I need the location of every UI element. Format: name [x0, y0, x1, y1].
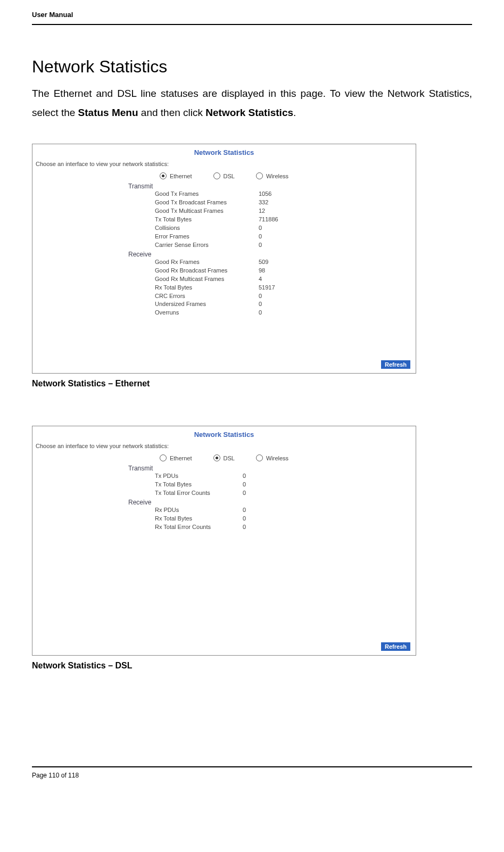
body-bold-1: Status Menu [78, 107, 138, 118]
stat-row: Undersized Frames0 [134, 300, 416, 309]
stat-label: Tx PDUs [134, 472, 243, 481]
stat-label: Rx Total Bytes [134, 515, 243, 523]
stat-value: 509 [259, 258, 301, 267]
refresh-button[interactable]: Refresh [381, 360, 410, 369]
body-post: . [293, 107, 296, 118]
stat-value: 0 [259, 309, 301, 317]
radio-label: Ethernet [170, 455, 192, 461]
stat-label: Overruns [134, 309, 259, 317]
receive-stats: Rx PDUs0 Rx Total Bytes0 Rx Total Error … [134, 506, 416, 532]
stat-label: Good Rx Frames [134, 258, 259, 267]
stat-label: Rx Total Bytes [134, 284, 259, 292]
stat-row: Tx PDUs0 [134, 472, 416, 481]
stat-label: Good Rx Broadcast Frames [134, 267, 259, 275]
panel-title: Network Statistics [32, 426, 416, 439]
stat-value: 0 [259, 292, 301, 301]
stat-value: 51917 [259, 284, 301, 292]
radio-dsl[interactable]: DSL [213, 454, 235, 461]
panel-subtitle: Choose an interface to view your network… [32, 156, 416, 172]
stat-row: Rx Total Bytes51917 [134, 284, 416, 292]
stat-value: 0 [259, 300, 301, 309]
group-receive-label: Receive [128, 499, 416, 506]
radio-wireless[interactable]: Wireless [256, 172, 288, 179]
transmit-stats: Good Tx Frames1056 Good Tx Broadcast Fra… [134, 190, 416, 250]
stat-value: 0 [243, 523, 285, 532]
radio-label: DSL [224, 455, 235, 461]
radio-icon [213, 172, 220, 179]
stat-row: Tx Total Bytes0 [134, 481, 416, 489]
stat-label: CRC Errors [134, 292, 259, 301]
stat-row: Good Rx Frames509 [134, 258, 416, 267]
section-title: Network Statistics [32, 57, 472, 77]
stat-value: 332 [259, 198, 301, 207]
stat-value: 0 [259, 233, 301, 241]
stat-value: 4 [259, 275, 301, 284]
radio-ethernet[interactable]: Ethernet [160, 172, 192, 179]
body-mid: and then click [138, 107, 206, 118]
group-transmit-label: Transmit [128, 465, 416, 472]
page-footer: Page 110 of 118 [32, 766, 472, 779]
transmit-stats: Tx PDUs0 Tx Total Bytes0 Tx Total Error … [134, 472, 416, 498]
stat-row: Carrier Sense Errors0 [134, 241, 416, 250]
stat-label: Tx Total Bytes [134, 216, 259, 224]
radio-wireless[interactable]: Wireless [256, 454, 288, 461]
interface-radio-row: Ethernet DSL Wireless [32, 454, 416, 461]
stat-row: Good Tx Broadcast Frames332 [134, 198, 416, 207]
radio-label: Wireless [266, 455, 288, 461]
screenshot-dsl: Network Statistics Choose an interface t… [32, 426, 416, 656]
stat-row: Error Frames0 [134, 233, 416, 241]
body-paragraph: The Ethernet and DSL line statuses are d… [32, 84, 472, 122]
stat-row: Collisions0 [134, 224, 416, 233]
group-transmit-label: Transmit [128, 183, 416, 190]
refresh-button[interactable]: Refresh [381, 642, 410, 651]
stat-value: 0 [243, 515, 285, 523]
stat-value: 98 [259, 267, 301, 275]
stat-label: Undersized Frames [134, 300, 259, 309]
stat-row: Rx PDUs0 [134, 506, 416, 515]
stat-label: Tx Total Error Counts [134, 489, 243, 498]
radio-label: Wireless [266, 173, 288, 179]
radio-label: DSL [224, 173, 235, 179]
radio-icon [256, 172, 263, 179]
stat-value: 1056 [259, 190, 301, 198]
stat-label: Rx Total Error Counts [134, 523, 243, 532]
stat-value: 0 [243, 472, 285, 481]
radio-ethernet[interactable]: Ethernet [160, 454, 192, 461]
header-title: User Manual [32, 11, 472, 25]
stat-label: Rx PDUs [134, 506, 243, 515]
stat-row: Rx Total Error Counts0 [134, 523, 416, 532]
radio-icon [160, 172, 167, 179]
stat-label: Collisions [134, 224, 259, 233]
radio-icon [256, 454, 263, 461]
panel-title: Network Statistics [32, 144, 416, 156]
stat-row: Good Rx Broadcast Frames98 [134, 267, 416, 275]
stat-value: 0 [243, 481, 285, 489]
stat-value: 0 [259, 241, 301, 250]
receive-stats: Good Rx Frames509 Good Rx Broadcast Fram… [134, 258, 416, 318]
body-bold-2: Network Statistics [205, 107, 293, 118]
radio-dsl[interactable]: DSL [213, 172, 235, 179]
stat-label: Good Tx Multicast Frames [134, 207, 259, 216]
stat-value: 12 [259, 207, 301, 216]
stat-value: 0 [259, 224, 301, 233]
stat-row: Tx Total Bytes711886 [134, 216, 416, 224]
stat-label: Good Tx Frames [134, 190, 259, 198]
caption-ethernet: Network Statistics – Ethernet [32, 379, 472, 388]
caption-dsl: Network Statistics – DSL [32, 661, 472, 671]
stat-row: Good Tx Multicast Frames12 [134, 207, 416, 216]
stat-value: 711886 [259, 216, 301, 224]
stat-label: Tx Total Bytes [134, 481, 243, 489]
stat-value: 0 [243, 489, 285, 498]
stat-row: Overruns0 [134, 309, 416, 317]
stat-row: CRC Errors0 [134, 292, 416, 301]
panel-subtitle: Choose an interface to view your network… [32, 439, 416, 454]
radio-label: Ethernet [170, 173, 192, 179]
group-receive-label: Receive [128, 251, 416, 258]
stat-label: Good Rx Multicast Frames [134, 275, 259, 284]
interface-radio-row: Ethernet DSL Wireless [32, 172, 416, 179]
radio-icon [213, 454, 220, 461]
stat-row: Good Rx Multicast Frames4 [134, 275, 416, 284]
radio-icon [160, 454, 167, 461]
stat-row: Tx Total Error Counts0 [134, 489, 416, 498]
stat-row: Good Tx Frames1056 [134, 190, 416, 198]
